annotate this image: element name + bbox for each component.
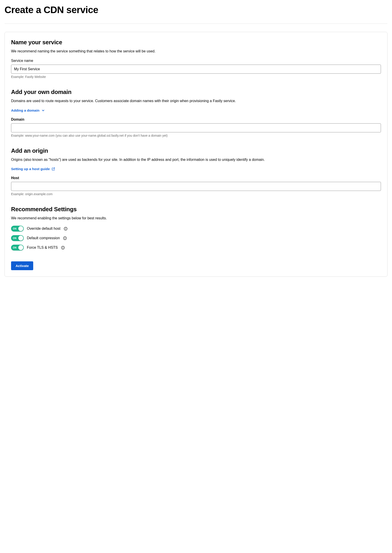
toggle-override-host-label: Override default host xyxy=(27,227,61,231)
section-settings-desc: We recommend enabling the settings below… xyxy=(11,215,381,221)
activate-button[interactable]: Activate xyxy=(11,261,33,270)
toggle-row-compression: ON Default compression xyxy=(11,235,381,241)
section-origin-desc: Origins (also known as "hosts") are used… xyxy=(11,157,381,163)
info-icon[interactable] xyxy=(63,236,67,240)
svg-point-1 xyxy=(65,228,66,228)
section-origin: Add an origin Origins (also known as "ho… xyxy=(11,147,381,196)
section-settings-title: Recommended Settings xyxy=(11,206,381,213)
toggle-compression-label: Default compression xyxy=(27,236,60,240)
service-name-hint: Example: Fastly Website xyxy=(11,75,381,79)
toggle-knob xyxy=(18,226,23,231)
toggle-row-override-host: ON Override default host xyxy=(11,226,381,232)
section-name-desc: We recommend naming the service somethin… xyxy=(11,48,381,54)
info-icon[interactable] xyxy=(64,227,68,231)
section-origin-title: Add an origin xyxy=(11,147,381,154)
svg-point-4 xyxy=(65,237,65,238)
svg-rect-5 xyxy=(65,238,65,239)
info-icon[interactable] xyxy=(61,246,65,250)
chevron-down-icon xyxy=(41,109,45,112)
toggle-tls-label: Force TLS & HSTS xyxy=(27,246,58,250)
section-domain: Add your own domain Domains are used to … xyxy=(11,89,381,137)
toggle-override-host[interactable]: ON xyxy=(11,226,24,232)
host-label: Host xyxy=(11,176,381,180)
toggle-on-label: ON xyxy=(13,228,16,230)
form-card: Name your service We recommend naming th… xyxy=(5,32,387,277)
external-link-icon xyxy=(51,167,55,171)
page-title: Create a CDN service xyxy=(5,5,387,15)
toggle-on-label: ON xyxy=(13,246,16,249)
host-guide-link[interactable]: Setting up a host guide xyxy=(11,167,381,171)
adding-domain-link-text: Adding a domain xyxy=(11,108,40,112)
svg-point-7 xyxy=(63,247,63,247)
svg-rect-8 xyxy=(63,247,63,249)
section-domain-desc: Domains are used to route requests to yo… xyxy=(11,98,381,104)
host-hint: Example: origin.example.com xyxy=(11,192,381,196)
service-name-label: Service name xyxy=(11,59,381,63)
host-input[interactable] xyxy=(11,182,381,191)
adding-domain-link[interactable]: Adding a domain xyxy=(11,108,381,112)
section-domain-title: Add your own domain xyxy=(11,89,381,96)
section-name-title: Name your service xyxy=(11,39,381,46)
domain-label: Domain xyxy=(11,118,381,122)
host-guide-link-text: Setting up a host guide xyxy=(11,167,50,171)
toggle-knob xyxy=(18,245,23,250)
toggle-tls[interactable]: ON xyxy=(11,245,24,250)
toggle-on-label: ON xyxy=(13,237,16,239)
section-name-service: Name your service We recommend naming th… xyxy=(11,39,381,79)
domain-input[interactable] xyxy=(11,123,381,132)
header-divider xyxy=(5,23,387,24)
toggle-knob xyxy=(18,236,23,241)
svg-rect-2 xyxy=(65,228,66,229)
section-settings: Recommended Settings We recommend enabli… xyxy=(11,206,381,250)
toggle-compression[interactable]: ON xyxy=(11,235,24,241)
toggle-row-tls: ON Force TLS & HSTS xyxy=(11,245,381,250)
domain-hint: Example: www.your-name.com (you can also… xyxy=(11,134,381,137)
service-name-input[interactable] xyxy=(11,65,381,74)
